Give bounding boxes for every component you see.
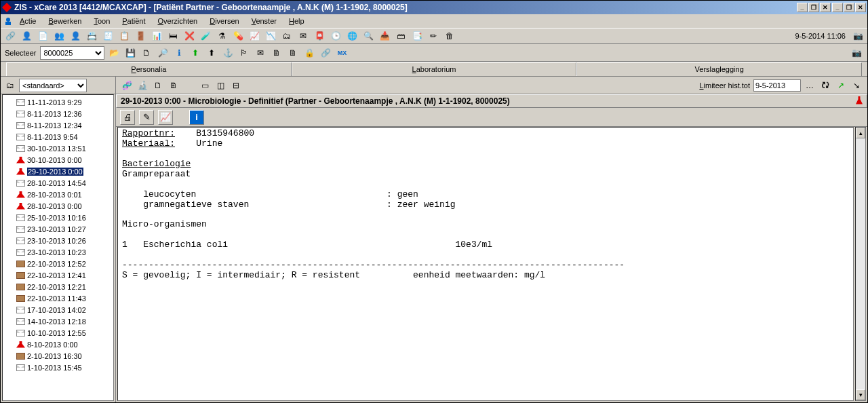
tool-24[interactable]: 📥 <box>378 29 391 43</box>
tool-19[interactable]: ✉ <box>296 29 310 43</box>
open-icon[interactable]: 📂 <box>107 46 121 60</box>
maximize-inner-button[interactable]: ❐ <box>808 3 819 12</box>
menu-actie[interactable]: Actie <box>14 16 41 26</box>
tree-item[interactable]: 30-10-2013 0:00 <box>16 154 113 166</box>
tool-12[interactable]: ❌ <box>182 29 196 43</box>
tool-2[interactable]: 👤 <box>20 29 33 43</box>
tree-item[interactable]: 8-11-2013 12:36 <box>16 108 113 119</box>
tree-item[interactable]: 28-10-2013 0:00 <box>16 200 113 212</box>
filter-select[interactable]: <standaard> <box>19 79 87 92</box>
tool-10[interactable]: 📊 <box>150 29 163 43</box>
view3-icon[interactable]: 🗋 <box>151 79 165 92</box>
tree-item[interactable]: 14-10-2013 12:18 <box>16 315 113 327</box>
new-icon[interactable]: 🗋 <box>140 46 153 60</box>
minimize-inner-button[interactable]: _ <box>797 3 808 12</box>
tree-item[interactable]: 17-10-2013 14:02 <box>16 304 113 315</box>
menu-bewerken[interactable]: Bewerken <box>43 16 87 26</box>
tree-item[interactable]: 8-11-2013 9:54 <box>16 131 113 142</box>
menu-overzichten[interactable]: Overzichten <box>153 16 203 26</box>
mail-icon[interactable]: ✉ <box>254 46 267 60</box>
tool-8[interactable]: 📋 <box>117 29 131 43</box>
import-icon[interactable]: ↘ <box>850 79 863 92</box>
tree-item[interactable]: 28-10-2013 14:54 <box>16 177 113 189</box>
maximize-button[interactable]: ❐ <box>844 3 854 12</box>
chart-button[interactable]: 📈 <box>158 110 173 125</box>
tool-5[interactable]: 👤 <box>68 29 82 43</box>
close-inner-button[interactable]: ✕ <box>820 3 831 12</box>
flag-icon[interactable]: 🏳 <box>237 46 251 60</box>
tool-17[interactable]: 📉 <box>264 29 277 43</box>
anchor-icon[interactable]: ⚓ <box>221 46 235 60</box>
tool-16[interactable]: 📈 <box>248 29 261 43</box>
mx-icon[interactable]: MX <box>335 46 349 60</box>
tree-item[interactable]: 28-10-2013 0:01 <box>16 189 113 200</box>
tree-item[interactable]: 30-10-2013 13:51 <box>16 142 113 154</box>
tree-item[interactable]: 8-10-2013 0:00 <box>16 339 113 350</box>
tool-28[interactable]: 🗑 <box>443 29 456 43</box>
tree-item[interactable]: 22-10-2013 12:52 <box>16 258 113 269</box>
menu-help[interactable]: Help <box>283 16 310 26</box>
tool-14[interactable]: ⚗ <box>215 29 229 43</box>
view1-icon[interactable]: 🧬 <box>120 79 134 92</box>
tool-9[interactable]: 🚪 <box>134 29 147 43</box>
scroll-up-icon[interactable]: ▴ <box>856 128 865 138</box>
tree-item[interactable]: 23-10-2013 10:23 <box>16 246 113 258</box>
edit-button[interactable]: ✎ <box>139 110 154 125</box>
tool-1[interactable]: 🔗 <box>3 29 17 43</box>
report-scrollbar[interactable]: ▴ ▾ <box>855 127 866 401</box>
tree-item[interactable]: 22-10-2013 12:41 <box>16 269 113 281</box>
date-picker-icon[interactable]: … <box>803 79 816 92</box>
info-button[interactable]: i <box>189 110 204 125</box>
limit-date-input[interactable] <box>753 79 801 92</box>
menu-toon[interactable]: Toon <box>88 16 115 26</box>
history-tree[interactable]: 11-11-2013 9:298-11-2013 12:368-11-2013 … <box>2 94 114 401</box>
tree-icon[interactable]: ⬆ <box>205 46 218 60</box>
minimize-button[interactable]: _ <box>832 3 843 12</box>
tree-item[interactable]: 11-11-2013 9:29 <box>16 96 113 108</box>
print-button[interactable]: 🖨 <box>120 110 135 125</box>
menu-diversen[interactable]: Diversen <box>204 16 244 26</box>
close-button[interactable]: ✕ <box>855 3 866 12</box>
report-body[interactable]: Rapportnr: B1315946800 Materiaal: Urine … <box>117 127 854 401</box>
tab-laboratorium[interactable]: Laboratorium <box>292 62 577 76</box>
tool-20[interactable]: 📮 <box>313 29 326 43</box>
layout3-icon[interactable]: ⊟ <box>229 79 243 92</box>
refresh-icon[interactable]: 🗘 <box>818 79 832 92</box>
tool-25[interactable]: 🗃 <box>394 29 408 43</box>
tool-21[interactable]: 🕒 <box>329 29 342 43</box>
scroll-down-icon[interactable]: ▾ <box>856 389 865 400</box>
search-icon[interactable]: 🔎 <box>156 46 170 60</box>
camera2-icon[interactable] <box>850 46 863 60</box>
tool-11[interactable]: 🛏 <box>166 29 180 43</box>
tool-22[interactable]: 🌐 <box>345 29 359 43</box>
tree-item[interactable]: 10-10-2013 12:55 <box>16 327 113 339</box>
tool-27[interactable]: ✏ <box>427 29 440 43</box>
tool-15[interactable]: 💊 <box>231 29 245 43</box>
tab-verslaglegging[interactable]: Verslaglegging <box>576 62 862 76</box>
tree-item[interactable]: 22-10-2013 12:21 <box>16 281 113 292</box>
menu-venster[interactable]: Venster <box>246 16 282 26</box>
camera-icon[interactable] <box>851 29 865 43</box>
tool-7[interactable]: 🧾 <box>101 29 115 43</box>
save-icon[interactable]: 💾 <box>123 46 137 60</box>
tool-18[interactable]: 🗂 <box>280 29 294 43</box>
tree-item[interactable]: 23-10-2013 10:27 <box>16 223 113 235</box>
doc2-icon[interactable]: 🗎 <box>286 46 300 60</box>
tree-item[interactable]: 2-10-2013 16:30 <box>16 350 113 362</box>
view4-icon[interactable]: 🗎 <box>167 79 180 92</box>
link-icon[interactable]: 🔗 <box>319 46 332 60</box>
info-icon[interactable]: ℹ <box>172 46 186 60</box>
tree-green-icon[interactable]: ⬆ <box>189 46 202 60</box>
tool-26[interactable]: 📑 <box>410 29 424 43</box>
layout2-icon[interactable]: ◫ <box>214 79 227 92</box>
tool-23[interactable]: 🔍 <box>361 29 375 43</box>
doc-icon[interactable]: 🗎 <box>270 46 283 60</box>
tree-item[interactable]: 8-11-2013 12:34 <box>16 119 113 131</box>
layout1-icon[interactable]: ▭ <box>198 79 212 92</box>
tool-4[interactable]: 👥 <box>52 29 66 43</box>
tree-item[interactable]: 25-10-2013 10:16 <box>16 212 113 223</box>
tree-item[interactable]: 1-10-2013 15:45 <box>16 362 113 373</box>
tool-3[interactable]: 📄 <box>36 29 50 43</box>
export-icon[interactable]: ↗ <box>834 79 848 92</box>
patient-selector[interactable]: 8000025 <box>40 46 104 60</box>
